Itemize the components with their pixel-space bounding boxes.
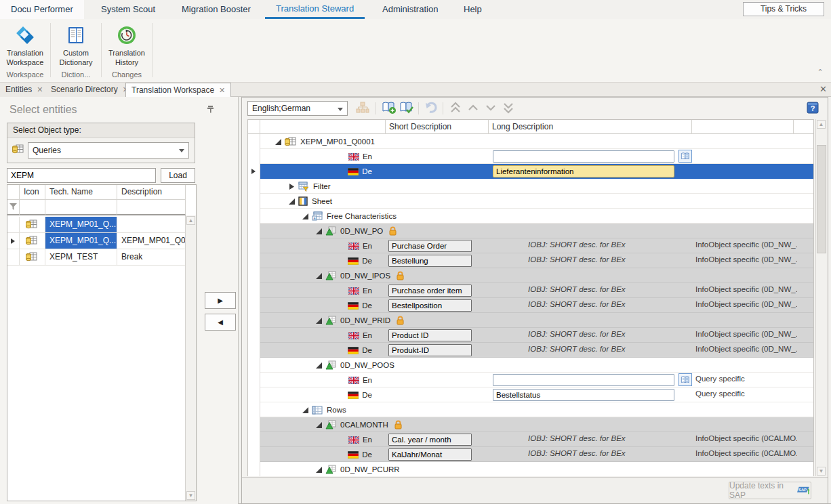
tree-group-row[interactable]: 0D_NW_PCURR [248, 462, 813, 476]
tree-expanded-icon[interactable] [316, 273, 322, 279]
object-type-dropdown[interactable]: Queries [28, 142, 189, 159]
tree-language-row[interactable]: EnPurchase OrderIOBJ: SHORT desc. for BE… [248, 238, 813, 253]
approve-translation-icon[interactable] [399, 101, 414, 116]
tech-name-cell[interactable]: XEPM_MP01_Q... [45, 233, 117, 249]
load-button[interactable]: Load [161, 168, 195, 183]
scroll-up-icon[interactable]: ▲ [186, 216, 195, 225]
tree-expanded-icon[interactable] [316, 422, 322, 428]
tabstrip-close-icon[interactable]: ✕ [819, 84, 827, 94]
tree-group-row[interactable]: 0D_NW_POOS [248, 358, 813, 373]
tree-group-row[interactable]: aFree Characteristics [248, 209, 813, 224]
entity-table-row[interactable]: XEPM_MP01_Q...XEPM_MP01_Q0002 [7, 233, 186, 249]
tree-node[interactable]: aFree Characteristics [302, 209, 813, 224]
tab-close-icon[interactable]: ✕ [219, 86, 225, 94]
translation-text-input[interactable]: Product ID [388, 329, 472, 341]
menu-docu-performer[interactable]: Docu Performer [0, 0, 84, 19]
tree-node[interactable]: 0D_NW_PO [316, 224, 813, 238]
filter-row-cell[interactable] [20, 200, 45, 215]
translation-text-input[interactable] [493, 374, 674, 386]
tech-name-cell[interactable]: XEPM_MP01_Q... [45, 217, 117, 233]
tree-expanded-icon[interactable] [316, 362, 322, 369]
update-texts-in-sap-button[interactable]: Update texts in SAP SAP [729, 482, 811, 499]
entity-search-input[interactable] [7, 168, 156, 183]
translation-text-input[interactable]: Bestellung [388, 255, 472, 267]
custom-dictionary-button[interactable]: Custom Dictionary [52, 22, 100, 77]
move-down-icon[interactable] [485, 101, 500, 116]
description-cell[interactable]: Break [117, 249, 186, 266]
tab-entities[interactable]: Entities✕ [0, 83, 49, 97]
table-scrollbar[interactable]: ▲ ▼ [185, 215, 196, 501]
tree-language-row[interactable]: DeKalJahr/MonatIOBJ: SHORT desc. for BEx… [248, 447, 813, 462]
tree-expanded-icon[interactable] [316, 467, 322, 473]
translation-text-input[interactable]: Bestellposition [388, 299, 472, 312]
tree-expanded-icon[interactable] [302, 407, 308, 413]
tree-group-row[interactable]: 0D_NW_PRID [248, 313, 813, 328]
entity-table-row[interactable]: XEPM_TESTBreak [7, 249, 186, 266]
description-cell[interactable]: XEPM_MP01_Q0002 [117, 233, 186, 249]
tree-expanded-icon[interactable] [275, 139, 281, 145]
help-icon[interactable]: ? [806, 101, 819, 114]
tree-language-row[interactable]: DeLieferanteninformation [248, 164, 813, 179]
translation-text-input[interactable] [493, 150, 674, 163]
tree-group-row[interactable]: Filter [248, 179, 813, 194]
tree-group-row[interactable]: XEPM_MP01_Q0001 [248, 134, 813, 149]
pin-icon[interactable] [207, 105, 215, 113]
tree-node[interactable]: 0D_NW_PRID [316, 313, 813, 328]
header-long-description[interactable]: Long Description [489, 120, 692, 134]
tree-node[interactable]: Filter [289, 179, 813, 194]
tree-language-row[interactable]: DeBestellpositionIOBJ: SHORT desc. for B… [248, 298, 813, 313]
menu-system-scout[interactable]: System Scout [90, 0, 166, 19]
tree-language-row[interactable]: EnProduct IDIOBJ: SHORT desc. for BExInf… [248, 328, 813, 343]
header-short-description[interactable]: Short Description [386, 120, 489, 134]
translation-text-input[interactable]: Cal. year / month [388, 434, 472, 446]
move-selected-right-button[interactable]: ▶ [205, 292, 236, 309]
translation-workspace-button[interactable]: Translation Workspace [1, 22, 49, 77]
dictionary-lookup-button[interactable] [678, 373, 692, 386]
entity-table-row[interactable]: XEPM_MP01_Q... [7, 217, 186, 233]
header-extra-column[interactable] [692, 120, 794, 134]
translation-text-input[interactable]: KalJahr/Monat [388, 448, 472, 461]
tree-group-row[interactable]: 0D_NW_IPOS [248, 268, 813, 283]
table-header-tech-name[interactable]: Tech. Name [45, 185, 117, 200]
hierarchy-icon[interactable] [356, 101, 371, 116]
tree-expanded-icon[interactable] [316, 228, 322, 234]
move-bottom-icon[interactable] [502, 101, 517, 116]
scroll-down-icon[interactable]: ▼ [817, 467, 826, 476]
header-tree-column[interactable] [260, 120, 386, 134]
undo-icon[interactable] [424, 101, 439, 116]
filter-row-cell[interactable] [7, 200, 20, 215]
scrollbar-thumb[interactable] [817, 145, 826, 253]
tree-language-row[interactable]: DeProdukt-IDIOBJ: SHORT desc. for BExInf… [248, 343, 813, 358]
tree-node[interactable]: XEPM_MP01_Q0001 [275, 134, 813, 149]
menu-translation-steward[interactable]: Translation Steward [265, 0, 365, 19]
tree-node[interactable]: 0D_NW_POOS [316, 358, 813, 373]
menu-administration[interactable]: Administration [371, 0, 449, 19]
filter-row-cell[interactable] [45, 200, 117, 215]
move-up-icon[interactable] [467, 101, 482, 116]
tree-group-row[interactable]: Sheet [248, 194, 813, 209]
tree-expanded-icon[interactable] [316, 318, 322, 324]
tree-language-row[interactable]: DeBestellungIOBJ: SHORT desc. for BExInf… [248, 253, 813, 268]
table-header-icon[interactable]: Icon [20, 185, 45, 200]
tree-node[interactable]: Sheet [289, 194, 813, 209]
translation-text-input[interactable]: Purchase Order [388, 240, 472, 252]
tree-language-row[interactable]: EnCal. year / monthIOBJ: SHORT desc. for… [248, 432, 813, 447]
scroll-up-icon[interactable]: ▲ [817, 120, 826, 129]
tree-node[interactable]: 0D_NW_PCURR [316, 462, 813, 476]
tips-and-tricks-button[interactable]: Tips & Tricks [743, 2, 824, 16]
tree-expanded-icon[interactable] [289, 198, 295, 205]
description-cell[interactable] [117, 217, 186, 233]
move-selected-left-button[interactable]: ◀ [205, 314, 236, 331]
tree-node[interactable]: 0D_NW_IPOS [316, 268, 813, 283]
ribbon-collapse-icon[interactable]: ⌃ [815, 68, 826, 77]
tech-name-cell[interactable]: XEPM_TEST [45, 249, 117, 266]
table-header-description[interactable]: Description [117, 185, 186, 200]
scroll-down-icon[interactable]: ▼ [186, 491, 195, 500]
translation-history-button[interactable]: Translation History [103, 22, 150, 77]
translation-text-input[interactable]: Lieferanteninformation [493, 165, 674, 177]
tree-language-row[interactable]: EnPurchase order itemIOBJ: SHORT desc. f… [248, 283, 813, 298]
menu-help[interactable]: Help [453, 0, 493, 19]
dictionary-lookup-button[interactable] [678, 150, 692, 163]
filter-row-cell[interactable] [117, 200, 186, 215]
tree-language-row[interactable]: En [248, 149, 813, 164]
